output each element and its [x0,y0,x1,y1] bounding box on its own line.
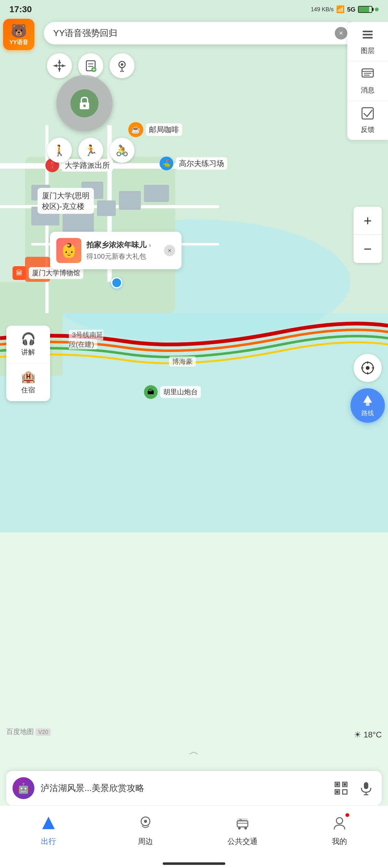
scan-button[interactable] [332,779,351,798]
scan-icon [334,781,348,795]
feedback-label: 反馈 [361,125,375,134]
nav-mine[interactable]: 我的 [291,812,388,846]
messages-button[interactable]: 消息 [347,61,388,101]
transport-mode-row: 🚶 🏃 🚴 [47,138,134,163]
route-button[interactable]: 路线 [351,388,385,423]
golf-icon: ⛳ [160,157,173,170]
headphones-icon: 🎧 [21,332,36,346]
yy-logo[interactable]: 🐻 YY语音 [3,19,41,56]
svg-rect-20 [363,34,373,35]
promo-close-button[interactable]: × [164,245,175,256]
move-control-button[interactable] [47,53,72,78]
bottom-search-bar[interactable]: 🤖 泸沽湖风景...美景欣赏攻略 [6,771,382,805]
svg-rect-17 [119,191,141,210]
svg-point-43 [120,71,121,72]
run-button[interactable]: 🏃 [78,138,103,163]
promo-avatar: 👶 [56,238,82,263]
notification-badge [345,813,350,817]
microphone-icon [359,781,373,795]
promo-card[interactable]: 👶 拍家乡浓浓年味儿 › 得100元新春大礼包 × [50,232,182,269]
network-type: 5G [347,6,355,13]
bike-button[interactable]: 🚴 [109,138,134,163]
current-location-dot [111,277,122,288]
golf-poi[interactable]: ⛳ 高尔夫练习场 [160,157,227,170]
nearby-icon [134,812,157,834]
messages-label: 消息 [361,86,375,95]
svg-rect-61 [336,790,338,793]
lock-button[interactable] [56,75,112,131]
signal-icon: 📶 [336,5,345,13]
svg-rect-59 [336,783,338,786]
guide-label: 讲解 [21,348,35,357]
walk-icon: 🚶 [53,144,66,157]
center-location-button[interactable] [354,354,382,382]
right-panel: 图层 消息 反馈 [347,22,388,140]
location-pin-button[interactable] [109,53,134,78]
bottom-search-text[interactable]: 泸沽湖风景...美景欣赏攻略 [41,782,325,794]
green-dot [375,7,379,11]
promo-subtitle: 得100元新春大礼包 [86,252,159,261]
bookmark-button[interactable] [78,53,103,78]
svg-marker-33 [54,64,57,67]
collapse-handle[interactable]: ︿ [189,745,199,758]
promo-title: 拍家乡浓浓年味儿 › [86,240,159,250]
home-indicator [163,862,225,865]
close-icon: × [168,247,171,254]
ai-emoji: 🤖 [17,782,30,794]
svg-rect-70 [237,818,248,822]
travel-icon [37,812,60,834]
messages-icon [361,67,375,84]
post-cafe-icon: ☕ [128,122,143,137]
layers-button[interactable]: 图层 [347,22,388,61]
xiamen-uni-poi[interactable]: 厦门大学(思明校区)-克立楼 [37,188,94,214]
feedback-icon [361,106,375,123]
hotel-label: 住宿 [21,385,35,395]
svg-point-42 [121,63,123,66]
nav-travel[interactable]: 出行 [0,812,97,846]
bottom-nav: 出行 周边 公共交通 [0,805,388,868]
mine-icon [328,812,351,834]
svg-rect-21 [363,37,373,38]
hotel-button[interactable]: 🏨 住宿 [6,364,50,401]
xiamen-uni-label: 厦门大学(思明校区)-克立楼 [37,188,94,214]
svg-rect-76 [239,819,242,821]
svg-rect-19 [363,31,373,32]
promo-title-text: 拍家乡浓浓年味儿 [86,240,147,250]
svg-rect-2 [0,313,388,532]
feedback-button[interactable]: 反馈 [347,101,388,140]
nav-nearby[interactable]: 周边 [97,812,194,846]
svg-marker-53 [363,395,372,403]
temperature-text: 18°C [364,730,382,740]
travel-label: 出行 [41,836,56,846]
zoom-out-button[interactable]: − [354,235,382,263]
post-cafe-poi[interactable]: ☕ 邮局咖啡 [128,122,182,137]
zoom-in-button[interactable]: + [354,207,382,235]
huli-poi[interactable]: 🏔 胡里山炮台 [144,385,201,399]
mic-button[interactable] [357,779,376,798]
search-text[interactable]: YY语音强势回归 [53,27,335,39]
svg-point-48 [366,366,369,370]
svg-rect-58 [343,790,347,794]
nav-transit[interactable]: 公共交通 [194,812,291,846]
svg-rect-66 [46,825,51,829]
speed-indicator: 149 KB/s [311,6,333,13]
svg-rect-54 [366,403,369,406]
zoom-controls: + − [354,207,382,263]
yy-logo-bear: 🐻 [11,23,27,38]
svg-marker-31 [58,60,61,63]
metro-text: 3号线南延段(在建) [69,330,103,349]
boh-label: 博海豪 [169,357,196,366]
post-cafe-label: 邮局咖啡 [146,123,182,136]
search-bar[interactable]: YY语音强势回归 × [44,22,357,44]
status-time: 17:30 [9,4,32,14]
left-panel: 🎧 讲解 🏨 住宿 [6,326,50,401]
walk-button[interactable]: 🚶 [47,138,72,163]
guide-button[interactable]: 🎧 讲解 [6,326,50,364]
battery-fill [359,7,369,12]
svg-marker-32 [58,68,61,71]
status-icons: 149 KB/s 📶 5G [311,5,379,13]
transit-icon [231,812,254,834]
svg-point-44 [123,71,124,72]
search-clear-button[interactable]: × [335,27,347,39]
nearby-label: 周边 [138,836,153,846]
